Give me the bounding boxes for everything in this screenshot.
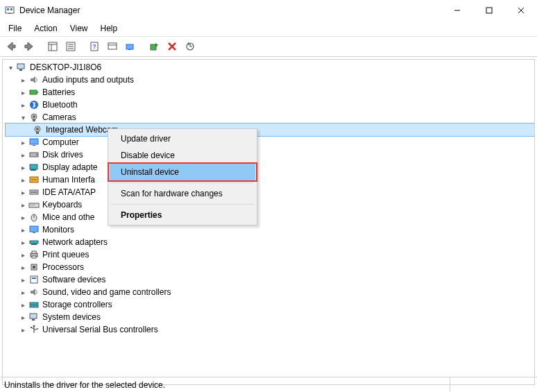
svg-rect-3 — [8, 13, 11, 14]
svg-rect-17 — [108, 43, 117, 49]
app-icon — [4, 5, 15, 16]
chevron-right-icon[interactable]: ▸ — [18, 150, 28, 160]
tree-label: Universal Serial Bus controllers — [42, 325, 158, 334]
tree-item-print-queues[interactable]: ▸ Print queues — [6, 248, 534, 261]
menu-action[interactable]: Action — [28, 22, 62, 35]
chevron-right-icon[interactable]: ▸ — [18, 312, 28, 322]
chevron-right-icon[interactable]: ▸ — [18, 162, 28, 172]
ctx-uninstall-device[interactable]: Uninstall device — [110, 164, 255, 180]
tree-item-mice[interactable]: ▸ Mice and othe — [6, 211, 534, 223]
svg-rect-72 — [31, 327, 32, 328]
ctx-properties[interactable]: Properties — [110, 207, 255, 223]
ctx-update-driver[interactable]: Update driver — [110, 130, 255, 147]
tree-item-computer[interactable]: ▸ Computer — [6, 136, 534, 148]
tree-label: Storage controllers — [42, 300, 112, 309]
tree-item-storage[interactable]: ▸ Storage controllers — [6, 298, 534, 311]
minimize-button[interactable] — [441, 0, 473, 21]
usb-icon — [28, 324, 40, 335]
cpu-icon — [28, 262, 40, 273]
menu-view[interactable]: View — [65, 22, 94, 35]
svg-rect-19 — [126, 44, 133, 49]
properties-button[interactable] — [62, 39, 79, 54]
tree-item-batteries[interactable]: ▸ Batteries — [6, 86, 534, 99]
mouse-icon — [28, 212, 40, 223]
tree-item-network[interactable]: ▸ Network adapters — [6, 236, 534, 248]
scan-hardware-button[interactable] — [182, 39, 198, 54]
svg-rect-61 — [32, 256, 36, 258]
context-menu: Update driver Disable device Uninstall d… — [108, 128, 257, 225]
storage-icon — [28, 299, 40, 310]
tree-item-monitors[interactable]: ▸ Monitors — [6, 223, 534, 236]
menu-file[interactable]: File — [3, 22, 27, 35]
device-tree-panel: ▾ DESKTOP-JI1I8O6 ▸ Audio inputs and out… — [2, 59, 535, 385]
close-button[interactable] — [505, 0, 537, 21]
svg-point-31 — [33, 115, 35, 118]
tree-item-bluetooth[interactable]: ▸ Bluetooth — [6, 99, 534, 111]
gpu-icon — [28, 162, 40, 173]
chevron-right-icon[interactable]: ▸ — [18, 262, 28, 272]
titlebar: Device Manager — [0, 0, 537, 21]
computer-icon — [16, 62, 27, 73]
tree-item-hid[interactable]: ▸ Human Interfa — [6, 173, 534, 186]
chevron-right-icon[interactable]: ▸ — [18, 325, 28, 334]
tree-item-disk-drives[interactable]: ▸ Disk drives — [6, 148, 534, 161]
device-tree[interactable]: ▾ DESKTOP-JI1I8O6 ▸ Audio inputs and out… — [3, 60, 534, 336]
enable-device-button[interactable] — [146, 39, 162, 54]
tree-label: Audio inputs and outputs — [42, 75, 134, 85]
chevron-right-icon[interactable]: ▸ — [18, 212, 28, 222]
statusbar: Uninstalls the driver for the selected d… — [0, 377, 537, 392]
chevron-right-icon[interactable]: ▸ — [18, 237, 28, 247]
chevron-right-icon[interactable]: ▸ — [18, 137, 28, 147]
chevron-right-icon[interactable]: ▸ — [18, 175, 28, 185]
chevron-right-icon[interactable]: ▸ — [18, 287, 28, 297]
chevron-right-icon[interactable]: ▸ — [18, 187, 28, 197]
chevron-right-icon[interactable]: ▸ — [18, 75, 28, 85]
chevron-down-icon[interactable]: ▾ — [6, 62, 15, 72]
tree-item-keyboards[interactable]: ▸ Keyboards — [6, 198, 534, 211]
monitor-icon — [28, 224, 40, 235]
tree-item-sound-video[interactable]: ▸ Sound, video and game controllers — [6, 286, 534, 298]
svg-rect-37 — [33, 145, 35, 146]
svg-rect-5 — [486, 8, 492, 13]
tree-item-processors[interactable]: ▸ Processors — [6, 261, 534, 273]
svg-point-73 — [37, 328, 38, 330]
tree-item-usb[interactable]: ▸ Universal Serial Bus controllers — [6, 323, 534, 336]
tree-item-system[interactable]: ▸ System devices — [6, 311, 534, 323]
ctx-disable-device[interactable]: Disable device — [110, 147, 255, 164]
help-button[interactable]: ? — [86, 39, 103, 54]
chevron-right-icon[interactable]: ▸ — [18, 250, 28, 259]
tree-item-display-adapters[interactable]: ▸ Display adapte — [6, 161, 534, 173]
update-driver-button[interactable] — [122, 39, 139, 54]
tree-item-software-devices[interactable]: ▸ Software devices — [6, 273, 534, 286]
forward-button[interactable] — [21, 39, 37, 54]
back-button[interactable] — [3, 39, 19, 54]
tree-label: Cameras — [42, 112, 76, 122]
svg-rect-40 — [30, 164, 37, 169]
tree-label: Monitors — [42, 225, 74, 235]
chevron-right-icon[interactable]: ▸ — [18, 100, 28, 110]
tree-item-integrated-webcam[interactable]: Integrated Webcam — [6, 123, 534, 136]
chevron-right-icon[interactable]: ▸ — [18, 275, 28, 284]
chevron-down-icon[interactable]: ▾ — [18, 112, 28, 122]
camera-icon — [28, 112, 40, 123]
svg-rect-67 — [30, 305, 38, 307]
chevron-right-icon[interactable]: ▸ — [18, 225, 28, 235]
menu-help[interactable]: Help — [95, 22, 123, 35]
tree-item-audio[interactable]: ▸ Audio inputs and outputs — [6, 74, 534, 86]
uninstall-device-button[interactable] — [164, 39, 180, 54]
tree-item-cameras[interactable]: ▾ Cameras — [6, 111, 534, 123]
chevron-right-icon[interactable]: ▸ — [18, 200, 28, 210]
svg-rect-35 — [36, 132, 39, 134]
chevron-right-icon[interactable]: ▸ — [18, 300, 28, 309]
tree-label: Sound, video and game controllers — [42, 287, 171, 297]
svg-rect-27 — [30, 90, 37, 94]
maximize-button[interactable] — [473, 0, 505, 21]
tree-root[interactable]: ▾ DESKTOP-JI1I8O6 — [6, 61, 534, 74]
svg-rect-47 — [35, 191, 37, 193]
tree-item-ide-ata[interactable]: ▸ IDE ATA/ATAP — [6, 186, 534, 198]
chevron-right-icon[interactable]: ▸ — [18, 87, 28, 97]
svg-rect-32 — [33, 119, 35, 121]
action-button[interactable] — [104, 39, 121, 54]
show-hide-tree-button[interactable] — [44, 39, 61, 54]
ctx-scan-hardware[interactable]: Scan for hardware changes — [110, 185, 255, 202]
